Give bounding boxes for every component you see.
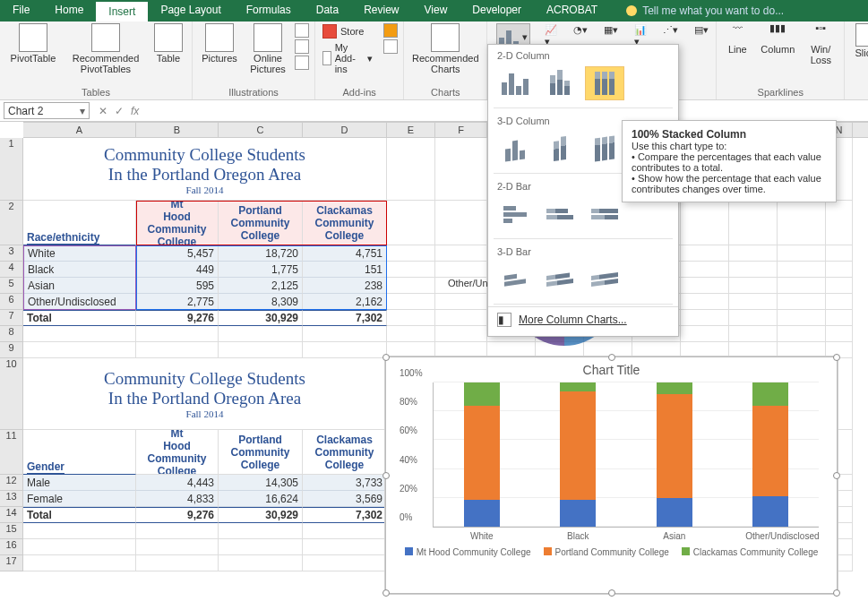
formula-bar: Chart 2▾ ✕ ✓ fx (0, 100, 868, 122)
slicer-icon (855, 23, 868, 47)
bulb-icon (626, 5, 637, 16)
pie-chart-dropdown[interactable]: ◔▾ (572, 23, 589, 37)
group-charts: Recommended Charts Charts (404, 21, 487, 99)
online-pictures-button[interactable]: Online Pictures (246, 23, 289, 74)
shapes-stack (295, 23, 309, 70)
group-label-sparklines: Sparklines (722, 85, 838, 99)
100-stacked-column-option[interactable] (585, 66, 624, 100)
resize-handle-se[interactable] (833, 589, 840, 597)
tab-pagelayout[interactable]: Page Layout (148, 0, 233, 21)
tab-view[interactable]: View (412, 0, 460, 21)
resize-handle-nw[interactable] (382, 354, 390, 361)
waterfall-dropdown[interactable]: ▤▾ (692, 23, 710, 37)
tab-formulas[interactable]: Formulas (234, 0, 304, 21)
stacked-bar-option[interactable] (540, 197, 580, 231)
fx-icon[interactable]: fx (131, 105, 139, 117)
section-3d-bar: 3-D Bar (488, 241, 678, 261)
tooltip-title: 100% Stacked Column (632, 128, 746, 141)
tab-data[interactable]: Data (304, 0, 351, 21)
3d-100-stacked-bar-option[interactable] (585, 262, 624, 296)
chart-option-tooltip: 100% Stacked Column Use this chart type … (622, 120, 837, 202)
scatter-chart-dropdown[interactable]: ⋰▾ (661, 23, 680, 37)
clustered-column-option[interactable] (495, 66, 535, 100)
resize-handle-e[interactable] (833, 472, 840, 479)
sparkline-column-button[interactable]: ▮▮▮Column (758, 23, 797, 56)
group-label-charts: Charts (409, 85, 481, 99)
store-icon (322, 24, 337, 39)
my-addins-button[interactable]: My Add-ins ▾ (321, 41, 374, 75)
cancel-icon[interactable]: ✕ (99, 105, 107, 117)
100-stacked-bar-option[interactable] (585, 197, 624, 231)
online-pictures-icon (254, 23, 282, 52)
recommended-charts-icon (431, 23, 460, 52)
tab-home[interactable]: Home (42, 0, 96, 21)
tab-file[interactable]: File (0, 0, 42, 21)
tab-acrobat[interactable]: ACROBAT (534, 0, 610, 21)
group-tables: PivotTable Recommended PivotTables Table… (0, 21, 193, 99)
group-label-filters: Filters (850, 85, 868, 99)
sparkline-winloss-button[interactable]: ▪▫▪Win/ Loss (803, 23, 838, 65)
group-sparklines: 〰Line ▮▮▮Column ▪▫▪Win/ Loss Sparklines (717, 21, 845, 99)
3d-clustered-bar-option[interactable] (495, 262, 535, 296)
tab-review[interactable]: Review (351, 0, 411, 21)
3d-100-stacked-column-option[interactable] (585, 132, 624, 166)
sparkline-column-icon: ▮▮▮ (766, 23, 789, 43)
group-illustrations: Pictures Online Pictures Illustrations (193, 21, 315, 99)
my-addins-icon (322, 51, 331, 65)
3d-stacked-column-option[interactable] (540, 132, 580, 166)
sparkline-line-button[interactable]: 〰Line (722, 23, 752, 56)
tell-me-search[interactable]: Tell me what you want to do... (610, 0, 784, 21)
table-button[interactable]: Table (150, 23, 186, 64)
enter-icon[interactable]: ✓ (115, 105, 124, 117)
pictures-button[interactable]: Pictures (198, 23, 241, 64)
ribbon: PivotTable Recommended PivotTables Table… (0, 21, 868, 100)
3d-clustered-column-option[interactable] (495, 132, 535, 166)
name-box[interactable]: Chart 2▾ (4, 102, 90, 119)
resize-handle-n[interactable] (608, 354, 615, 361)
group-label-tables: Tables (5, 85, 186, 99)
store-button[interactable]: Store (321, 23, 365, 39)
resize-handle-ne[interactable] (833, 354, 840, 361)
resize-handle-sw[interactable] (382, 589, 390, 597)
group-label-addins: Add-ins (321, 85, 398, 99)
screenshot-icon[interactable] (295, 56, 309, 70)
slicer-button[interactable]: Slicer (850, 23, 868, 59)
group-filters: Slicer Timeline Filters (845, 21, 868, 99)
group-label-illustrations: Illustrations (198, 85, 309, 99)
smartart-icon[interactable] (295, 39, 309, 54)
tab-insert[interactable]: Insert (96, 0, 148, 21)
pivottable-button[interactable]: PivotTable (5, 23, 61, 64)
table-icon (154, 23, 183, 52)
sparkline-line-icon: 〰 (726, 23, 749, 43)
ribbon-tabs: File Home Insert Page Layout Formulas Da… (0, 0, 868, 21)
clustered-bar-option[interactable] (495, 197, 535, 231)
section-2d-column: 2-D Column (488, 45, 678, 64)
treemap-dropdown[interactable]: ▦▾ (602, 23, 620, 37)
row-headers[interactable]: 1234567891011121314151617 (0, 138, 23, 571)
pivottable-icon (19, 23, 47, 52)
more-charts-icon: ▮ (497, 313, 511, 327)
chart-plot-area[interactable]: 0%20%40%60%80%100%WhiteBlackAsianOther/U… (433, 382, 819, 528)
resize-handle-s[interactable] (608, 589, 615, 597)
resize-handle-w[interactable] (382, 472, 390, 479)
sparkline-winloss-icon: ▪▫▪ (809, 23, 832, 43)
3d-stacked-bar-option[interactable] (540, 262, 580, 296)
stacked-column-option[interactable] (540, 66, 580, 100)
recommended-pivottables-icon (91, 23, 120, 52)
pictures-icon (205, 23, 234, 52)
people-graph-icon[interactable] (383, 39, 398, 54)
bing-maps-icon[interactable] (383, 23, 398, 38)
recommended-pivottables-button[interactable]: Recommended PivotTables (66, 23, 145, 74)
group-addins: Store My Add-ins ▾ Add-ins (315, 21, 404, 99)
more-column-charts[interactable]: ▮More Column Charts... (488, 306, 678, 332)
tab-developer[interactable]: Developer (460, 0, 534, 21)
shapes-icon[interactable] (295, 23, 309, 38)
embedded-chart[interactable]: Chart Title 0%20%40%60%80%100%WhiteBlack… (385, 357, 838, 594)
recommended-charts-button[interactable]: Recommended Charts (409, 23, 481, 74)
